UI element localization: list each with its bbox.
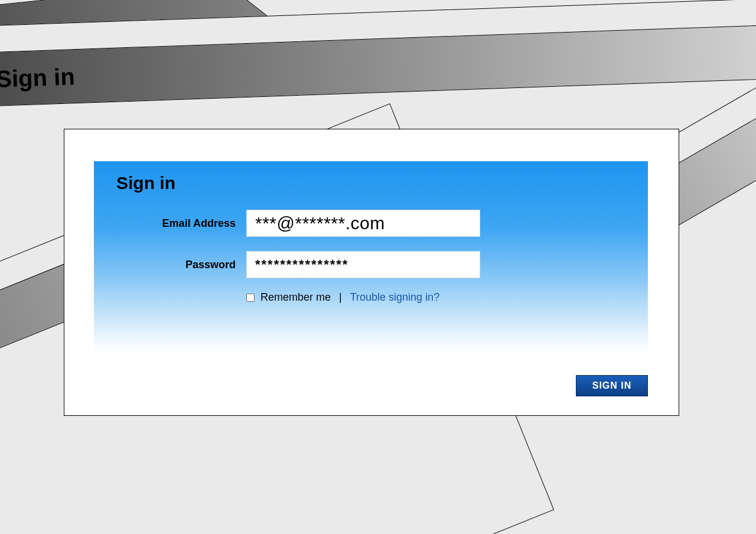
email-row: Email Address ***@*******.com xyxy=(94,210,648,237)
email-field[interactable]: ***@*******.com xyxy=(246,210,480,237)
password-field[interactable]: *************** xyxy=(246,251,480,278)
signin-panel: Sign in Email Address ***@*******.com Pa… xyxy=(94,161,648,353)
signin-card: Sign in Email Address ***@*******.com Pa… xyxy=(64,129,679,416)
signin-button[interactable]: SIGN IN xyxy=(576,375,648,396)
trouble-signing-in-link[interactable]: Trouble signing in? xyxy=(350,291,439,304)
background-card-title: Sign in xyxy=(0,63,75,93)
background-card-header: Sign in xyxy=(0,25,756,107)
password-row: Password *************** xyxy=(94,251,648,278)
remember-me-checkbox[interactable] xyxy=(246,294,255,302)
email-label: Email Address xyxy=(94,217,246,230)
options-separator: | xyxy=(339,291,342,304)
password-label: Password xyxy=(94,259,246,271)
remember-me-label: Remember me xyxy=(260,291,331,304)
signin-title: Sign in xyxy=(116,173,175,193)
options-row: Remember me | Trouble signing in? xyxy=(246,291,439,304)
